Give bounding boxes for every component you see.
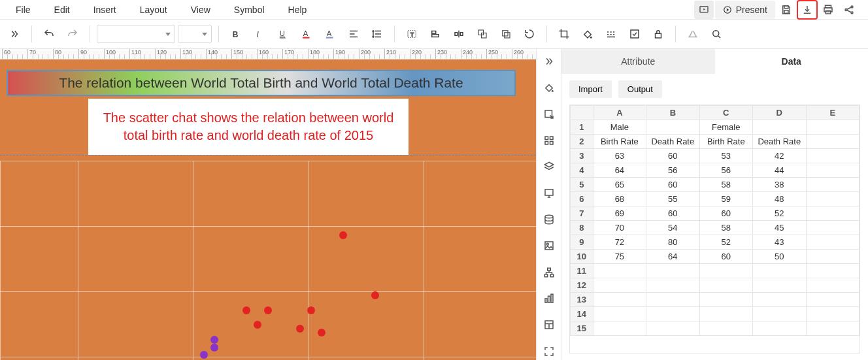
- cell[interactable]: 43: [753, 235, 806, 250]
- cell[interactable]: [753, 307, 806, 321]
- slideshow-settings-button[interactable]: [694, 1, 714, 19]
- bold-button[interactable]: B: [225, 24, 246, 44]
- table-row[interactable]: 15: [571, 321, 860, 336]
- menu-insert[interactable]: Insert: [82, 2, 128, 18]
- cell[interactable]: [646, 120, 699, 135]
- bring-forward-button[interactable]: [495, 24, 516, 44]
- cell[interactable]: 60: [699, 250, 752, 264]
- group-button[interactable]: [472, 24, 493, 44]
- slide[interactable]: The relation between World Total Birth a…: [0, 59, 536, 360]
- cell[interactable]: [593, 307, 646, 321]
- align-object-button[interactable]: [425, 24, 446, 44]
- table-row[interactable]: 363605342: [571, 149, 860, 163]
- print-button[interactable]: [818, 1, 838, 19]
- row-header[interactable]: 7: [571, 206, 593, 221]
- cell[interactable]: 42: [753, 149, 806, 163]
- table-row[interactable]: 1MaleFemale: [571, 120, 860, 135]
- cell[interactable]: 60: [699, 206, 752, 221]
- cell[interactable]: [646, 293, 699, 307]
- fit-icon[interactable]: [540, 343, 558, 360]
- chart-type-icon[interactable]: [540, 290, 558, 307]
- text-align-button[interactable]: [343, 24, 364, 44]
- output-button[interactable]: Output: [618, 80, 662, 98]
- col-header[interactable]: B: [646, 106, 699, 120]
- cell[interactable]: [646, 278, 699, 293]
- export-slide-icon[interactable]: [540, 106, 558, 123]
- cell[interactable]: 58: [699, 221, 752, 235]
- cell[interactable]: 50: [753, 250, 806, 264]
- cell[interactable]: [806, 278, 860, 293]
- cell[interactable]: [593, 321, 646, 336]
- cell[interactable]: 54: [646, 221, 699, 235]
- table-row[interactable]: 13: [571, 293, 860, 307]
- cell[interactable]: [806, 321, 860, 336]
- import-button[interactable]: Import: [569, 80, 612, 98]
- line-style-button[interactable]: [601, 24, 622, 44]
- underline-button[interactable]: U: [273, 24, 293, 44]
- cell[interactable]: [806, 221, 860, 235]
- cell[interactable]: [593, 264, 646, 278]
- cell[interactable]: Death Rate: [753, 135, 806, 149]
- database-icon[interactable]: [540, 211, 558, 228]
- row-header[interactable]: 2: [571, 135, 593, 149]
- cell[interactable]: 64: [646, 250, 699, 264]
- scatter-chart[interactable]: [0, 161, 536, 360]
- cell[interactable]: 55: [646, 192, 699, 206]
- cell[interactable]: Birth Rate: [699, 135, 752, 149]
- menu-layout[interactable]: Layout: [128, 2, 179, 18]
- cell[interactable]: [806, 307, 860, 321]
- cell[interactable]: [806, 135, 860, 149]
- panel-layout-icon[interactable]: [540, 316, 558, 333]
- row-header[interactable]: 15: [571, 321, 593, 336]
- lock-button[interactable]: [648, 24, 669, 44]
- table-row[interactable]: 464565644: [571, 163, 860, 178]
- share-button[interactable]: [839, 1, 859, 19]
- row-header[interactable]: 8: [571, 221, 593, 235]
- row-header[interactable]: 14: [571, 307, 593, 321]
- table-row[interactable]: 870545845: [571, 221, 860, 235]
- cell[interactable]: [753, 120, 806, 135]
- cell[interactable]: 60: [646, 178, 699, 192]
- col-header[interactable]: D: [753, 106, 806, 120]
- presentation-icon[interactable]: [540, 185, 558, 202]
- cell[interactable]: 80: [646, 235, 699, 250]
- cell[interactable]: 48: [753, 192, 806, 206]
- cell[interactable]: [806, 264, 860, 278]
- cell[interactable]: [753, 293, 806, 307]
- line-spacing-button[interactable]: [367, 24, 388, 44]
- cell[interactable]: [806, 250, 860, 264]
- cell[interactable]: [806, 178, 860, 192]
- cell[interactable]: 68: [593, 192, 646, 206]
- cell[interactable]: 38: [753, 178, 806, 192]
- cell[interactable]: [806, 120, 860, 135]
- row-header[interactable]: 10: [571, 250, 593, 264]
- cell[interactable]: 58: [699, 178, 752, 192]
- row-header[interactable]: 13: [571, 293, 593, 307]
- cell[interactable]: [646, 307, 699, 321]
- cell[interactable]: 56: [699, 163, 752, 178]
- tab-data[interactable]: Data: [715, 49, 869, 74]
- cell[interactable]: [806, 163, 860, 178]
- layers-icon[interactable]: [540, 158, 558, 175]
- cell[interactable]: Death Rate: [646, 135, 699, 149]
- table-row[interactable]: 668555948: [571, 192, 860, 206]
- cell[interactable]: [753, 321, 806, 336]
- cell[interactable]: [593, 278, 646, 293]
- cell[interactable]: [753, 264, 806, 278]
- cell[interactable]: 45: [753, 221, 806, 235]
- menu-edit[interactable]: Edit: [42, 2, 82, 18]
- table-row[interactable]: 11: [571, 264, 860, 278]
- table-row[interactable]: 565605838: [571, 178, 860, 192]
- cell[interactable]: 52: [699, 235, 752, 250]
- cell[interactable]: 52: [753, 206, 806, 221]
- cell[interactable]: [753, 278, 806, 293]
- cell[interactable]: [699, 321, 752, 336]
- slide-title-box[interactable]: The relation between World Total Birth a…: [8, 71, 514, 95]
- cell[interactable]: [806, 149, 860, 163]
- expand-toolbar-button[interactable]: [4, 24, 25, 44]
- cell[interactable]: 63: [593, 149, 646, 163]
- table-row[interactable]: 769606052: [571, 206, 860, 221]
- row-header[interactable]: 12: [571, 278, 593, 293]
- cell[interactable]: 70: [593, 221, 646, 235]
- text-box-button[interactable]: T: [401, 24, 422, 44]
